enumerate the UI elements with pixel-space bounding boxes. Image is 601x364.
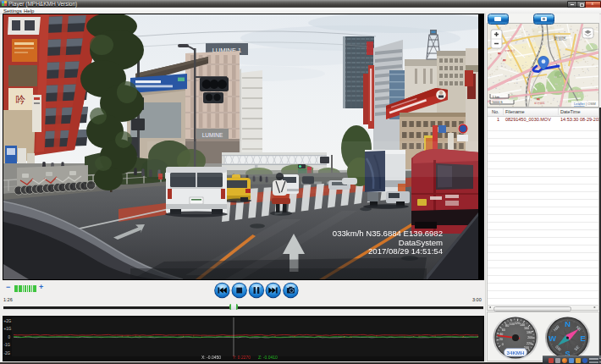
- svg-text:60: 60: [502, 328, 505, 332]
- svg-text:+2G: +2G: [4, 319, 12, 323]
- svg-text:吟: 吟: [15, 94, 25, 106]
- svg-text:DataSystem: DataSystem: [399, 238, 443, 247]
- svg-text:-1G: -1G: [4, 343, 11, 347]
- svg-text:100: 100: [510, 323, 515, 326]
- svg-text:1 km: 1 km: [493, 95, 500, 99]
- svg-text:X: -0.0450: X: -0.0450: [201, 355, 221, 360]
- svg-text:220: 220: [527, 342, 532, 345]
- svg-text:LUMINE: LUMINE: [202, 132, 223, 138]
- svg-text:2017/08/29 14:51:54: 2017/08/29 14:51:54: [368, 246, 444, 256]
- svg-text:新宿区: 新宿区: [554, 36, 566, 41]
- svg-text:34KMH: 34KMH: [507, 350, 526, 356]
- svg-text:N: N: [565, 319, 571, 328]
- svg-text:0: 0: [8, 335, 11, 339]
- svg-text:180: 180: [527, 331, 532, 334]
- svg-text:0: 0: [502, 343, 504, 346]
- svg-text:80: 80: [505, 324, 509, 328]
- svg-text:Z: -0.0410: Z: -0.0410: [258, 355, 278, 360]
- svg-text:E: E: [580, 334, 585, 343]
- svg-text:20: 20: [499, 338, 503, 341]
- svg-text:200: 200: [527, 336, 532, 339]
- svg-text:W: W: [549, 334, 556, 343]
- svg-text:5000 ft: 5000 ft: [493, 100, 504, 104]
- svg-text:| OSM: | OSM: [586, 102, 596, 106]
- svg-text:Y: 0.2270: Y: 0.2270: [233, 355, 251, 360]
- svg-text:160: 160: [524, 327, 529, 330]
- svg-text:-2G: -2G: [4, 351, 11, 356]
- svg-text:+1G: +1G: [4, 327, 12, 331]
- svg-text:中野坂上: 中野坂上: [505, 49, 516, 52]
- svg-text:033km/h N35.6884 E139.6982: 033km/h N35.6884 E139.6982: [333, 229, 443, 238]
- svg-text:Leaflet: Leaflet: [574, 102, 585, 106]
- svg-text:新宿御苑: 新宿御苑: [534, 102, 545, 105]
